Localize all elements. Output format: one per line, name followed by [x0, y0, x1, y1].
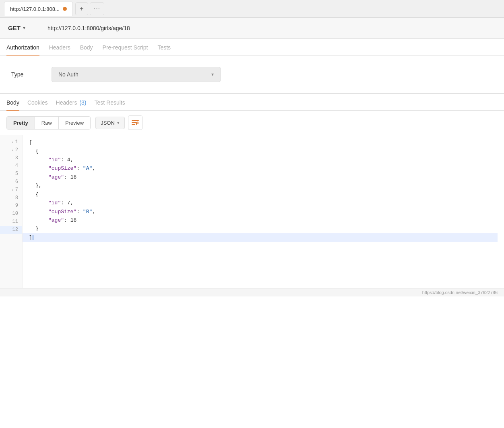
response-tab-cookies[interactable]: Cookies — [27, 94, 48, 111]
format-dropdown-arrow: ▾ — [117, 120, 120, 126]
auth-dropdown-arrow: ▾ — [211, 72, 214, 77]
code-line-8: "id": 7, — [29, 199, 498, 207]
response-tab-test-results[interactable]: Test Results — [94, 94, 125, 111]
code-line-4: "cupSize": "A", — [29, 164, 498, 173]
line-num-5: 5 — [0, 170, 22, 178]
collapse-1[interactable]: ▾ — [12, 140, 14, 145]
line-num-7: ▾7 — [0, 186, 22, 194]
auth-type-value: No Auth — [58, 71, 78, 78]
tab-tests[interactable]: Tests — [157, 39, 171, 56]
svg-rect-2 — [132, 124, 135, 125]
view-group: Pretty Raw Preview — [6, 116, 91, 130]
status-url: https://blog.csdn.net/weixin_37622786 — [422, 290, 498, 295]
method-dropdown-arrow: ▾ — [23, 25, 25, 31]
auth-type-label: Type — [11, 71, 35, 78]
auth-type-dropdown[interactable]: No Auth ▾ — [52, 67, 221, 82]
add-tab-button[interactable]: + — [75, 2, 88, 15]
response-toolbar: Pretty Raw Preview JSON ▾ — [0, 111, 504, 135]
code-line-11: } — [29, 224, 498, 233]
line-num-8: 8 — [0, 194, 22, 202]
response-tab-headers[interactable]: Headers (3) — [56, 94, 87, 111]
view-pretty-button[interactable]: Pretty — [7, 117, 35, 129]
line-num-2: ▾2 — [0, 146, 22, 154]
auth-row: Type No Auth ▾ — [11, 67, 493, 82]
collapse-2[interactable]: ▾ — [12, 148, 14, 153]
code-line-10: "age": 18 — [29, 216, 498, 224]
line-num-6: 6 — [0, 178, 22, 186]
code-line-2: { — [29, 147, 498, 155]
response-tabs: Body Cookies Headers (3) Test Results — [0, 94, 504, 111]
wrap-text-icon — [132, 120, 139, 126]
line-num-10: 10 — [0, 210, 22, 218]
status-bar: https://blog.csdn.net/weixin_37622786 — [0, 288, 504, 296]
line-num-11: 11 — [0, 218, 22, 226]
code-line-9: "cupSize": "B", — [29, 208, 498, 216]
line-num-9: 9 — [0, 202, 22, 210]
tab-bar: http://127.0.0.1:808... + ··· — [0, 0, 504, 18]
line-numbers: ▾1 ▾2 3 4 5 6 ▾7 8 9 10 11 12 — [0, 135, 23, 288]
auth-section: Type No Auth ▾ — [0, 56, 504, 94]
code-line-3: "id": 4, — [29, 156, 498, 164]
line-num-1: ▾1 — [0, 138, 22, 146]
format-dropdown[interactable]: JSON ▾ — [95, 117, 125, 129]
tab-url-label: http://127.0.0.1:808... — [10, 6, 60, 12]
tab-body[interactable]: Body — [80, 39, 93, 56]
code-content: [ { "id": 4, "cupSize": "A", "age": 18 }… — [23, 135, 504, 288]
code-line-6: }, — [29, 181, 498, 190]
code-line-1: [ — [29, 138, 498, 147]
tab-authorization[interactable]: Authorization — [6, 39, 39, 56]
view-preview-button[interactable]: Preview — [59, 117, 90, 129]
wrap-text-button[interactable] — [128, 115, 143, 130]
headers-count-badge: (3) — [79, 99, 86, 106]
method-label: GET — [8, 25, 21, 31]
request-bar: GET ▾ — [0, 18, 504, 39]
code-line-5: "age": 18 — [29, 173, 498, 181]
code-line-12: ] — [23, 233, 498, 242]
code-viewer: ▾1 ▾2 3 4 5 6 ▾7 8 9 10 11 12 [ { "id": … — [0, 135, 504, 288]
method-dropdown[interactable]: GET ▾ — [0, 18, 40, 38]
line-num-12: 12 — [0, 226, 22, 234]
tab-headers[interactable]: Headers — [49, 39, 70, 56]
view-raw-button[interactable]: Raw — [35, 117, 59, 129]
code-line-7: { — [29, 190, 498, 199]
svg-rect-1 — [132, 122, 137, 123]
format-label: JSON — [101, 120, 115, 126]
more-tabs-button[interactable]: ··· — [90, 2, 104, 15]
line-num-3: 3 — [0, 154, 22, 163]
tab-prerequest[interactable]: Pre-request Script — [103, 39, 148, 56]
svg-rect-0 — [132, 120, 139, 121]
response-tab-body[interactable]: Body — [6, 94, 19, 111]
collapse-7[interactable]: ▾ — [12, 187, 14, 193]
url-input[interactable] — [40, 25, 504, 31]
request-tabs: Authorization Headers Body Pre-request S… — [0, 39, 504, 56]
active-tab[interactable]: http://127.0.0.1:808... — [4, 2, 73, 16]
tab-modified-dot — [63, 7, 67, 11]
line-num-4: 4 — [0, 162, 22, 170]
